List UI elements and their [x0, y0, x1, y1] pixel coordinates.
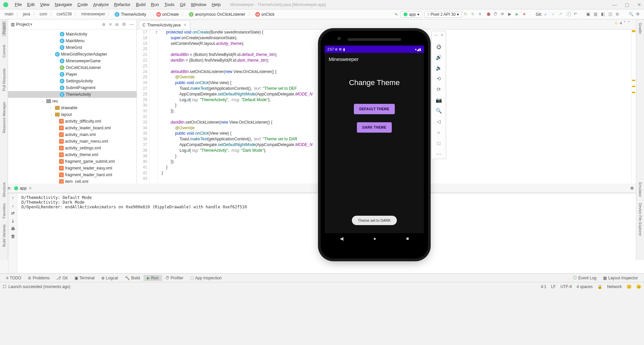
up-icon[interactable]: ↑ — [12, 195, 14, 200]
breadcrumb-pill[interactable]: monCreate — [154, 11, 181, 17]
locate-icon[interactable]: ⊕ — [102, 22, 106, 27]
face-ok-icon[interactable]: 🙂 — [627, 284, 632, 289]
settings-icon[interactable]: ⚙ — [636, 12, 641, 17]
tool-settings-icon[interactable]: ⚙ — [122, 22, 126, 27]
close-icon[interactable]: ✕ — [637, 2, 641, 7]
tree-file[interactable]: ◫fragment_game_submit.xml — [8, 158, 137, 165]
vcs-revert-icon[interactable]: ↶ — [574, 12, 579, 17]
lock-icon[interactable]: 🔒 — [597, 284, 602, 289]
tool-tab-device-file-explorer[interactable]: Device File Explorer — [638, 203, 642, 236]
gutter-marks[interactable]: ↥ — [150, 29, 158, 184]
stop-icon[interactable]: ■ — [523, 12, 528, 17]
menu-analyze[interactable]: Analyze — [91, 1, 111, 8]
tool-layout-inspector[interactable]: ▦Layout Inspector — [600, 275, 641, 281]
menu-build[interactable]: Build — [133, 1, 148, 8]
cursor-position[interactable]: 4:1 — [541, 284, 546, 289]
expand-all-icon[interactable]: ≡ — [109, 22, 112, 27]
avd-manager-icon[interactable]: ▣ — [586, 12, 592, 17]
menu-window[interactable]: Window — [188, 1, 209, 8]
power-icon[interactable]: ⏻ — [436, 44, 442, 50]
default-theme-button[interactable]: DEFAULT THEME — [354, 104, 395, 114]
tree-class-SettingsActivity[interactable]: CSettingsActivity — [8, 78, 137, 84]
back-icon[interactable]: ◀ — [340, 236, 343, 241]
editor-tab-themeactivity[interactable]: C ThemeActivity.java ✕ — [139, 20, 190, 29]
soft-wrap-icon[interactable]: ⇄ — [11, 211, 15, 216]
home-icon[interactable]: ● — [373, 236, 376, 241]
resource-manager-icon[interactable]: ◧ — [601, 12, 606, 17]
down-icon[interactable]: ↓ — [12, 203, 14, 208]
maximize-icon[interactable]: ▢ — [625, 2, 629, 7]
tool-tab-favorites[interactable]: Favorites — [2, 203, 6, 218]
vcs-push-icon[interactable]: ↗ — [559, 12, 564, 17]
tree-file[interactable]: ◫activity_leader_board.xml — [8, 125, 137, 131]
vcs-history-icon[interactable]: 🕘 — [566, 12, 572, 17]
tree-file[interactable]: ◫fragment_leader_hard.xml — [8, 171, 137, 178]
tool-run[interactable]: ▶Run — [144, 275, 162, 281]
tool-tab-project[interactable]: Project — [2, 21, 6, 36]
tree-folder-drawable[interactable]: ›drawable — [8, 105, 137, 111]
hide-tool-icon[interactable]: — — [129, 22, 134, 27]
device-selector[interactable]: ▯ Pixel 2 API 30 ▾ — [424, 11, 462, 18]
vcs-update-icon[interactable]: ↙ — [544, 12, 549, 17]
tool-problems[interactable]: ⊘Problems — [24, 275, 53, 281]
breadcrumb[interactable]: com — [38, 11, 49, 17]
tree-class-MineGridRecyclerAdapter[interactable]: ›CMineGridRecyclerAdapter — [8, 51, 137, 58]
vcs-commit-icon[interactable]: ✓ — [551, 12, 557, 17]
collapse-all-icon[interactable]: ≣ — [115, 22, 119, 27]
layout-inspector-icon[interactable]: ◫ — [608, 12, 614, 17]
camera-icon[interactable]: 📷 — [436, 97, 442, 103]
project-tree[interactable]: CMainActivityCMainMenuCMineGrid›CMineGri… — [8, 29, 137, 184]
menu-git[interactable]: Git — [177, 1, 188, 8]
search-everywhere-icon[interactable]: 🔍 — [629, 12, 634, 17]
run-settings-icon[interactable]: ⚙ — [630, 186, 634, 191]
tree-file[interactable]: ◫activity_theme.xml — [8, 151, 137, 158]
overview-icon[interactable]: □ — [436, 140, 442, 146]
tool-tab-gradle[interactable]: Gradle — [638, 21, 642, 36]
menu-refactor[interactable]: Refactor — [111, 1, 133, 8]
attach-debugger-icon[interactable]: ⟳ — [501, 12, 506, 17]
tree-class-MainActivity[interactable]: CMainActivity — [8, 31, 137, 38]
run-icon[interactable]: ▶ — [516, 12, 521, 17]
tree-file[interactable]: ◫activity_main.xml — [8, 131, 137, 138]
menu-edit[interactable]: Edit — [24, 1, 37, 8]
tool-logcat[interactable]: ≣Logcat — [98, 275, 121, 281]
sync-alt-icon[interactable]: ↻ — [471, 12, 477, 17]
tree-file[interactable]: ◫fragment_leader_easy.xml — [8, 165, 137, 171]
tree-class-SubmitFragment[interactable]: CSubmitFragment — [8, 84, 137, 91]
line-separator[interactable]: LF — [551, 284, 556, 289]
sdk-manager-icon[interactable]: ▥ — [594, 12, 599, 17]
run-tab-name[interactable]: app — [20, 186, 26, 191]
tree-file[interactable]: ◫activity_settings.xml — [8, 145, 137, 151]
tool-git[interactable]: ⎇Git — [53, 275, 71, 281]
tree-class-MinesweeperGame[interactable]: CMinesweeperGame — [8, 58, 137, 64]
breadcrumb-pill[interactable]: Ianonymous OnClickListener — [186, 11, 248, 17]
encoding[interactable]: UTF-8 — [560, 284, 572, 289]
nav-back-icon[interactable]: ↖ — [395, 12, 398, 17]
tool-build[interactable]: 🔨Build — [121, 275, 144, 281]
tree-folder-layout[interactable]: ⌄layout — [8, 111, 137, 118]
print-icon[interactable]: 🖶 — [11, 226, 15, 231]
breadcrumb[interactable]: cse5236 — [55, 11, 74, 17]
dark-theme-button[interactable]: DARK THEME — [357, 122, 392, 133]
error-stripe[interactable] — [631, 29, 636, 184]
menu-code[interactable]: Code — [75, 1, 91, 8]
tool-tab-resource-manager[interactable]: Resource Manager — [2, 100, 6, 135]
recents-icon[interactable]: ■ — [406, 236, 409, 241]
back-icon[interactable]: ◁ — [436, 119, 442, 125]
dropdown-icon[interactable]: ▾ — [30, 22, 33, 27]
tree-file[interactable]: ◫item_cell.xml — [8, 178, 137, 184]
menu-run[interactable]: Run — [148, 1, 162, 8]
minimize-icon[interactable]: — — [612, 2, 617, 7]
breadcrumb[interactable]: java — [21, 11, 32, 17]
rotate-right-icon[interactable]: ⟳ — [436, 86, 442, 92]
breadcrumb-pill[interactable]: monClick — [253, 11, 277, 17]
tree-class-OnCellClickListener[interactable]: IOnCellClickListener — [8, 64, 137, 71]
close-tab-icon[interactable]: ✕ — [183, 23, 186, 27]
tool-tab-emulator[interactable]: Emulator — [638, 182, 642, 197]
tool-event-log[interactable]: ⓘEvent Log — [570, 274, 600, 281]
menu-help[interactable]: Help — [209, 1, 223, 8]
network-label[interactable]: Network — [607, 284, 622, 289]
close-run-tab-icon[interactable]: ✕ — [29, 186, 32, 191]
tree-file[interactable]: ◫activity_difficulty.xml — [8, 118, 137, 125]
line-number-gutter[interactable]: 17 18 19 20 21 22 23 24 25 26 27 28 29 3… — [137, 29, 150, 184]
